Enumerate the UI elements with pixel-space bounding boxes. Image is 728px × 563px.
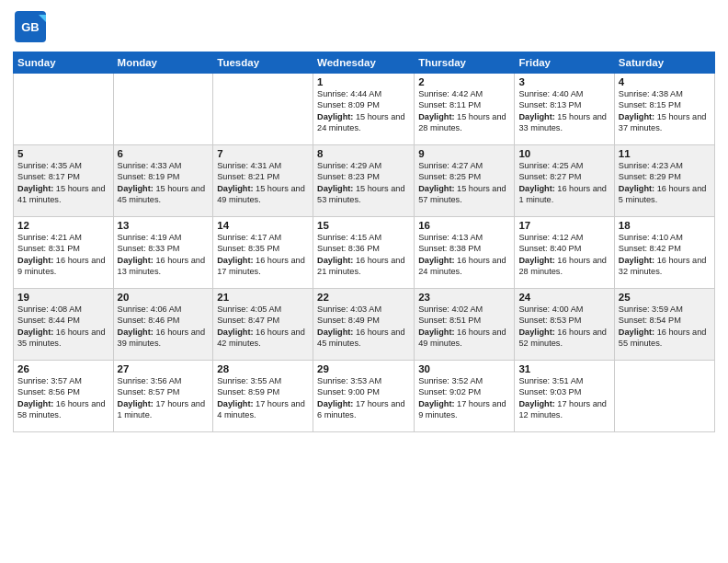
daylight-text: Daylight: 16 hours and 42 minutes.: [217, 327, 309, 350]
day-cell: 12Sunrise: 4:21 AMSunset: 8:31 PMDayligh…: [14, 217, 114, 289]
day-cell: 16Sunrise: 4:13 AMSunset: 8:38 PMDayligh…: [415, 217, 515, 289]
sunrise-text: Sunrise: 4:13 AM: [418, 232, 510, 243]
sunrise-text: Sunrise: 4:29 AM: [317, 160, 410, 171]
day-number: 15: [317, 220, 410, 231]
sunrise-text: Sunrise: 4:42 AM: [418, 88, 510, 99]
day-info: Sunrise: 4:40 AMSunset: 8:13 PMDaylight:…: [518, 88, 609, 134]
day-cell: 24Sunrise: 4:00 AMSunset: 8:53 PMDayligh…: [515, 289, 614, 361]
day-info: Sunrise: 4:19 AMSunset: 8:33 PMDaylight:…: [118, 232, 210, 278]
sunrise-text: Sunrise: 4:40 AM: [518, 88, 609, 99]
day-number: 7: [217, 148, 309, 159]
day-number: 16: [418, 220, 510, 231]
sunset-text: Sunset: 8:29 PM: [619, 171, 711, 182]
daylight-text: Daylight: 15 hours and 41 minutes.: [17, 183, 109, 206]
daylight-text: Daylight: 17 hours and 4 minutes.: [217, 398, 309, 421]
day-info: Sunrise: 4:00 AMSunset: 8:53 PMDaylight:…: [518, 304, 609, 350]
sunset-text: Sunset: 8:51 PM: [418, 315, 510, 326]
daylight-text: Daylight: 16 hours and 28 minutes.: [518, 255, 609, 278]
day-cell: 13Sunrise: 4:19 AMSunset: 8:33 PMDayligh…: [113, 217, 213, 289]
daylight-text: Daylight: 15 hours and 57 minutes.: [418, 183, 510, 206]
daylight-text: Daylight: 16 hours and 9 minutes.: [17, 255, 109, 278]
sunset-text: Sunset: 8:27 PM: [518, 171, 609, 182]
day-cell: 14Sunrise: 4:17 AMSunset: 8:35 PMDayligh…: [213, 217, 313, 289]
day-info: Sunrise: 4:12 AMSunset: 8:40 PMDaylight:…: [518, 232, 609, 278]
sunrise-text: Sunrise: 4:31 AM: [217, 160, 309, 171]
day-info: Sunrise: 3:57 AMSunset: 8:56 PMDaylight:…: [17, 375, 109, 421]
week-row-5: 26Sunrise: 3:57 AMSunset: 8:56 PMDayligh…: [14, 361, 715, 432]
sunset-text: Sunset: 8:53 PM: [518, 315, 609, 326]
day-number: 21: [217, 292, 309, 303]
sunrise-text: Sunrise: 4:05 AM: [217, 304, 309, 315]
day-cell: 2Sunrise: 4:42 AMSunset: 8:11 PMDaylight…: [415, 74, 515, 145]
sunset-text: Sunset: 8:44 PM: [17, 315, 109, 326]
day-cell: [213, 74, 313, 145]
day-cell: 25Sunrise: 3:59 AMSunset: 8:54 PMDayligh…: [614, 289, 714, 361]
day-info: Sunrise: 3:53 AMSunset: 9:00 PMDaylight:…: [317, 375, 410, 421]
sunrise-text: Sunrise: 4:25 AM: [518, 160, 609, 171]
sunrise-text: Sunrise: 4:02 AM: [418, 304, 510, 315]
day-info: Sunrise: 3:55 AMSunset: 8:59 PMDaylight:…: [217, 375, 309, 421]
col-header-thursday: Thursday: [415, 52, 515, 74]
day-cell: 26Sunrise: 3:57 AMSunset: 8:56 PMDayligh…: [14, 361, 114, 432]
sunrise-text: Sunrise: 4:17 AM: [217, 232, 309, 243]
day-info: Sunrise: 4:21 AMSunset: 8:31 PMDaylight:…: [17, 232, 109, 278]
day-number: 28: [217, 363, 309, 374]
day-number: 5: [17, 148, 109, 159]
day-number: 9: [418, 148, 510, 159]
calendar-table: SundayMondayTuesdayWednesdayThursdayFrid…: [13, 52, 715, 432]
day-number: 22: [317, 292, 410, 303]
day-cell: [614, 361, 714, 432]
day-cell: 3Sunrise: 4:40 AMSunset: 8:13 PMDaylight…: [515, 74, 614, 145]
day-info: Sunrise: 4:13 AMSunset: 8:38 PMDaylight:…: [418, 232, 510, 278]
daylight-text: Daylight: 16 hours and 49 minutes.: [418, 327, 510, 350]
sunset-text: Sunset: 8:09 PM: [317, 99, 410, 110]
day-cell: 8Sunrise: 4:29 AMSunset: 8:23 PMDaylight…: [313, 145, 415, 217]
day-number: 29: [317, 363, 410, 374]
sunrise-text: Sunrise: 3:52 AM: [418, 375, 510, 386]
daylight-text: Daylight: 16 hours and 52 minutes.: [518, 327, 609, 350]
day-info: Sunrise: 4:02 AMSunset: 8:51 PMDaylight:…: [418, 304, 510, 350]
sunset-text: Sunset: 8:25 PM: [418, 171, 510, 182]
sunset-text: Sunset: 8:36 PM: [317, 243, 410, 254]
daylight-text: Daylight: 17 hours and 6 minutes.: [317, 398, 410, 421]
sunset-text: Sunset: 8:13 PM: [518, 99, 609, 110]
day-info: Sunrise: 4:03 AMSunset: 8:49 PMDaylight:…: [317, 304, 410, 350]
day-info: Sunrise: 4:29 AMSunset: 8:23 PMDaylight:…: [317, 160, 410, 206]
day-info: Sunrise: 4:06 AMSunset: 8:46 PMDaylight:…: [118, 304, 210, 350]
daylight-text: Daylight: 16 hours and 24 minutes.: [418, 255, 510, 278]
sunset-text: Sunset: 9:03 PM: [518, 386, 609, 397]
day-number: 17: [518, 220, 609, 231]
day-info: Sunrise: 4:27 AMSunset: 8:25 PMDaylight:…: [418, 160, 510, 206]
sunset-text: Sunset: 8:56 PM: [17, 386, 109, 397]
day-cell: [113, 74, 213, 145]
col-header-saturday: Saturday: [614, 52, 714, 74]
day-cell: 7Sunrise: 4:31 AMSunset: 8:21 PMDaylight…: [213, 145, 313, 217]
day-info: Sunrise: 4:15 AMSunset: 8:36 PMDaylight:…: [317, 232, 410, 278]
day-cell: 6Sunrise: 4:33 AMSunset: 8:19 PMDaylight…: [113, 145, 213, 217]
sunset-text: Sunset: 9:00 PM: [317, 386, 410, 397]
calendar-page: GB SundayMondayTuesdayWednesdayThursdayF…: [0, 0, 728, 563]
sunrise-text: Sunrise: 4:10 AM: [619, 232, 711, 243]
day-info: Sunrise: 4:31 AMSunset: 8:21 PMDaylight:…: [217, 160, 309, 206]
day-info: Sunrise: 4:17 AMSunset: 8:35 PMDaylight:…: [217, 232, 309, 278]
header-row: SundayMondayTuesdayWednesdayThursdayFrid…: [14, 52, 715, 74]
sunset-text: Sunset: 8:23 PM: [317, 171, 410, 182]
day-number: 23: [418, 292, 510, 303]
sunset-text: Sunset: 8:31 PM: [17, 243, 109, 254]
day-number: 8: [317, 148, 410, 159]
col-header-monday: Monday: [113, 52, 213, 74]
day-number: 13: [118, 220, 210, 231]
day-cell: 30Sunrise: 3:52 AMSunset: 9:02 PMDayligh…: [415, 361, 515, 432]
daylight-text: Daylight: 15 hours and 28 minutes.: [418, 111, 510, 134]
day-info: Sunrise: 4:33 AMSunset: 8:19 PMDaylight:…: [118, 160, 210, 206]
day-cell: 4Sunrise: 4:38 AMSunset: 8:15 PMDaylight…: [614, 74, 714, 145]
day-info: Sunrise: 4:05 AMSunset: 8:47 PMDaylight:…: [217, 304, 309, 350]
daylight-text: Daylight: 15 hours and 45 minutes.: [118, 183, 210, 206]
daylight-text: Daylight: 16 hours and 39 minutes.: [118, 327, 210, 350]
sunrise-text: Sunrise: 4:21 AM: [17, 232, 109, 243]
sunset-text: Sunset: 8:57 PM: [118, 386, 210, 397]
daylight-text: Daylight: 17 hours and 9 minutes.: [418, 398, 510, 421]
sunset-text: Sunset: 8:42 PM: [619, 243, 711, 254]
sunrise-text: Sunrise: 4:44 AM: [317, 88, 410, 99]
sunrise-text: Sunrise: 3:51 AM: [518, 375, 609, 386]
